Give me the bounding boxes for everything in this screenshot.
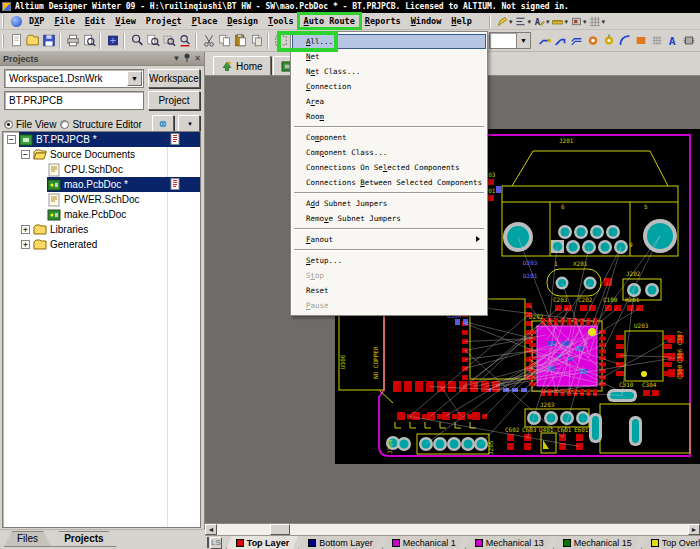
menu-item-connections-between-selected-components[interactable]: Connections Between Selected Components (292, 175, 486, 190)
cut-button[interactable] (201, 32, 217, 50)
current-layer-swatch[interactable] (207, 537, 209, 548)
menu-design[interactable]: Design (223, 15, 262, 27)
menu-file[interactable]: File (50, 15, 78, 27)
grid-tool-button[interactable] (587, 14, 603, 29)
tree-item-source-documents[interactable]: −Source Documents (3, 147, 200, 162)
horizontal-scrollbar[interactable]: ◄ ► (205, 523, 700, 535)
menu-item-fanout[interactable]: Fanout (292, 232, 486, 247)
interactive-route-button[interactable] (537, 31, 553, 49)
close-icon[interactable]: ✕ (194, 54, 201, 63)
menu-item-component-class[interactable]: Component Class... (292, 145, 486, 160)
open-document-button[interactable] (25, 32, 41, 50)
layer-tab-bottom-layer[interactable]: Bottom Layer (298, 536, 382, 549)
workspace-button[interactable]: Workspace (148, 69, 200, 88)
menu-reports[interactable]: Reports (361, 15, 405, 27)
scrollbar-thumb[interactable] (270, 524, 290, 535)
room-tool-button[interactable] (568, 14, 584, 29)
layer-tab-mechanical-13[interactable]: Mechanical 13 (465, 536, 553, 549)
radio-circle[interactable] (4, 120, 13, 129)
menu-item-add-subnet-jumpers[interactable]: Add Subnet Jumpers (292, 196, 486, 211)
scroll-left-icon[interactable]: ◄ (205, 524, 217, 535)
tree-item-generated[interactable]: +Generated (3, 237, 200, 252)
menu-dxp[interactable]: DXP (25, 15, 48, 27)
tree-item-make.pcbdoc[interactable]: make.PcbDoc (3, 207, 200, 222)
footprint-combo[interactable]: ▼ (489, 32, 531, 49)
scroll-right-icon[interactable]: ► (688, 524, 700, 535)
menu-item-remove-subnet-jumpers[interactable]: Remove Subnet Jumpers (292, 211, 486, 226)
annotate-tool-button[interactable]: A (531, 14, 547, 29)
knowledge-center-button[interactable] (105, 32, 121, 50)
expand-icon[interactable]: + (21, 225, 30, 234)
align-tool-button[interactable] (513, 14, 529, 29)
menu-auto-route[interactable]: Auto Route (300, 15, 359, 27)
zoom-selection-button[interactable] (177, 32, 193, 50)
layer-set-button[interactable]: LS (210, 537, 222, 549)
menu-view[interactable]: View (111, 15, 139, 27)
project-button[interactable]: Project (148, 91, 200, 110)
place-fill-button[interactable] (633, 31, 649, 49)
menu-tools[interactable]: Tools (264, 15, 298, 27)
collapse-icon[interactable]: − (7, 135, 16, 144)
panel-tab-files[interactable]: Files (4, 531, 51, 547)
menu-place[interactable]: Place (188, 15, 222, 27)
radio-circle[interactable] (60, 120, 69, 129)
save-document-button[interactable] (41, 32, 57, 50)
tree-item-libraries[interactable]: +Libraries (3, 222, 200, 237)
copy-button[interactable] (217, 32, 233, 50)
menu-help[interactable]: Help (447, 15, 475, 27)
zoom-area-button[interactable] (161, 32, 177, 50)
panel-tab-projects[interactable]: Projects (51, 531, 116, 547)
place-arc-button[interactable] (617, 31, 633, 49)
file-view-radio[interactable]: File View (4, 119, 56, 130)
workspace-dropdown[interactable]: Workspace1.DsnWrk ▼ (4, 69, 144, 88)
menu-item-net[interactable]: Net (292, 49, 486, 64)
print-button[interactable] (65, 32, 81, 50)
project-field[interactable]: BT.PRJPCB (4, 91, 144, 110)
collapse-icon[interactable]: − (21, 150, 30, 159)
menu-project[interactable]: Project (142, 15, 186, 27)
expand-icon[interactable]: + (21, 240, 30, 249)
menu-item-all[interactable]: All... (292, 34, 486, 49)
layer-tab-top-overlay[interactable]: Top Overlay (641, 536, 700, 549)
route-multi-button[interactable] (569, 31, 585, 49)
measure-tool-button[interactable] (550, 14, 566, 29)
utility-tool-button[interactable] (494, 14, 510, 29)
menu-item-connections-on-selected-components[interactable]: Connections On Selected Components (292, 160, 486, 175)
menu-item-area[interactable]: Area (292, 94, 486, 109)
duplicate-button[interactable] (249, 32, 265, 50)
menu-edit[interactable]: Edit (81, 15, 109, 27)
chevron-down-icon[interactable]: ▼ (516, 33, 530, 48)
place-pad-button[interactable] (585, 31, 601, 49)
dxp-sphere-icon[interactable] (11, 16, 22, 27)
route-differential-button[interactable] (553, 31, 569, 49)
new-document-button[interactable] (9, 32, 25, 50)
chevron-down-icon[interactable]: ▾ (602, 18, 606, 26)
place-via-button[interactable] (601, 31, 617, 49)
structure-editor-radio[interactable]: Structure Editor (60, 119, 141, 130)
menu-item-component[interactable]: Component (292, 130, 486, 145)
menu-item-room[interactable]: Room (292, 109, 486, 124)
zoom-document-button[interactable] (145, 32, 161, 50)
pin-icon[interactable] (183, 53, 191, 64)
tab-home[interactable]: Home (213, 56, 271, 75)
zoom-window-button[interactable] (129, 32, 145, 50)
tree-item-mao.pcbdoc[interactable]: mao.PcbDoc * (3, 177, 200, 192)
menu-item-connection[interactable]: Connection (292, 79, 486, 94)
chevron-down-icon[interactable]: ▼ (127, 71, 142, 86)
tree-item-power.schdoc[interactable]: POWER.SchDoc (3, 192, 200, 207)
layer-tab-top-layer[interactable]: Top Layer (226, 536, 298, 549)
print-preview-button[interactable] (81, 32, 97, 50)
tree-item-cpu.schdoc[interactable]: CPU.SchDoc (3, 162, 200, 177)
tree-item-bt.prjpcb[interactable]: −BT.PRJPCB * (3, 132, 200, 147)
menu-item-reset[interactable]: Reset (292, 283, 486, 298)
menu-item-net-class[interactable]: Net Class... (292, 64, 486, 79)
paste-button[interactable] (233, 32, 249, 50)
layer-tab-mechanical-1[interactable]: Mechanical 1 (382, 536, 465, 549)
place-component-button[interactable] (681, 31, 697, 49)
panel-menu-icon[interactable]: ▼ (172, 54, 180, 63)
menu-item-setup[interactable]: Setup... (292, 253, 486, 268)
layer-tab-mechanical-15[interactable]: Mechanical 15 (553, 536, 641, 549)
place-array-button[interactable] (649, 31, 665, 49)
select-area-button[interactable] (273, 32, 289, 50)
place-string-button[interactable]: A (665, 31, 681, 49)
